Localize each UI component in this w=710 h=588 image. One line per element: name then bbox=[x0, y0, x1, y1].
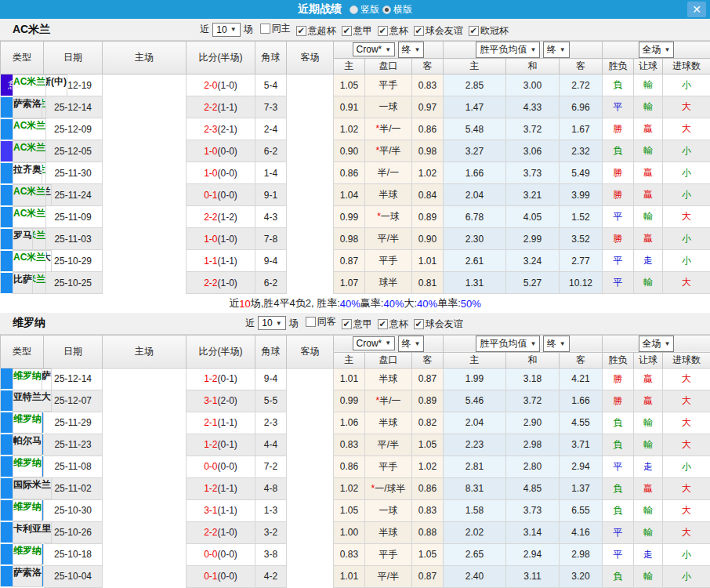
filter-checkbox[interactable]: ✔意杯 bbox=[374, 318, 408, 331]
checkbox-checked-icon[interactable]: ✔ bbox=[378, 26, 388, 36]
filter-checkbox[interactable]: 同客 bbox=[302, 315, 336, 328]
avg-home-odds: 5.46 bbox=[444, 390, 506, 412]
result-outcome: 負 bbox=[603, 434, 634, 456]
odds-away: 0.86 bbox=[412, 477, 444, 499]
summary-part: 大: bbox=[404, 296, 417, 310]
avg-odds-select[interactable]: 胜平负均值▼ bbox=[476, 336, 540, 352]
checkbox-checked-icon[interactable]: ✔ bbox=[414, 26, 424, 36]
avg-odds-select[interactable]: 胜平负均值▼ bbox=[476, 42, 540, 58]
avg-time-select[interactable]: 终▼ bbox=[543, 42, 570, 58]
result-handicap: 輸 bbox=[634, 96, 663, 118]
recent-count-select[interactable]: 10▼ bbox=[258, 316, 285, 330]
corners: 7-2 bbox=[255, 456, 287, 477]
avg-draw-odds: 3.24 bbox=[506, 250, 560, 272]
result-goals: 大 bbox=[663, 206, 710, 228]
avg-draw-odds: 2.94 bbox=[506, 543, 560, 565]
avg-home-odds: 2.02 bbox=[444, 521, 506, 543]
checkbox-checked-icon[interactable]: ✔ bbox=[378, 319, 388, 329]
chevron-down-icon: ▼ bbox=[665, 340, 671, 347]
result-goals: 大 bbox=[663, 477, 710, 499]
filter-checkbox[interactable]: ✔意甲 bbox=[338, 318, 372, 331]
recent-count-select[interactable]: 10▼ bbox=[212, 23, 240, 37]
checkbox-unchecked-icon[interactable] bbox=[260, 24, 270, 34]
result-goals: 小 bbox=[663, 250, 710, 272]
fulltime-select[interactable]: 全场▼ bbox=[639, 336, 675, 352]
match-date: 25-12-09 bbox=[44, 118, 103, 140]
avg-home-odds: 1.58 bbox=[444, 499, 506, 521]
result-outcome: 負 bbox=[603, 412, 634, 434]
result-outcome: 勝 bbox=[603, 184, 634, 206]
odds-away: 0.81 bbox=[412, 272, 444, 294]
handicap-line: 球半 bbox=[365, 272, 412, 294]
result-goals: 大 bbox=[663, 434, 710, 456]
close-icon[interactable]: ✕ bbox=[687, 2, 706, 17]
radio-unselected-icon[interactable] bbox=[350, 5, 358, 14]
odds-home: 1.06 bbox=[334, 412, 365, 434]
result-handicap: 贏 bbox=[634, 228, 663, 250]
radio-selected-icon[interactable] bbox=[382, 5, 391, 14]
checkbox-checked-icon[interactable]: ✔ bbox=[342, 26, 352, 36]
layout-radio-vertical[interactable]: 竖版 bbox=[350, 3, 379, 16]
score: 2-1(1-1) bbox=[187, 412, 255, 434]
avg-time-select[interactable]: 终▼ bbox=[543, 336, 570, 352]
filter-checkbox[interactable]: ✔意甲 bbox=[338, 24, 372, 38]
match-row: 意甲25-11-24国际米兰0-1(0-0)9-1AC米兰1.04半球0.842… bbox=[1, 184, 710, 206]
away-team: 维罗纳 bbox=[13, 543, 42, 565]
result-handicap: 贏 bbox=[634, 368, 663, 390]
col-odds-away: 客 bbox=[412, 352, 444, 368]
result-outcome: 平 bbox=[603, 543, 634, 565]
away-team: 罗马 bbox=[13, 228, 33, 250]
match-row: 意甲25-12-14佛罗伦萨1-2(0-1)9-4维罗纳1.01半球0.871.… bbox=[1, 368, 710, 390]
handicap-line: 平/半 bbox=[365, 228, 412, 250]
avg-away-odds: 1.52 bbox=[560, 206, 603, 228]
summary-part: 50% bbox=[461, 298, 481, 310]
checkbox-unchecked-icon[interactable] bbox=[306, 317, 316, 327]
result-handicap: 贏 bbox=[634, 477, 663, 499]
chevron-down-icon: ▼ bbox=[530, 340, 536, 347]
checkbox-checked-icon[interactable]: ✔ bbox=[414, 319, 424, 329]
avg-away-odds: 2.98 bbox=[560, 543, 603, 565]
avg-draw-odds: 3.14 bbox=[506, 521, 560, 543]
filter-checkbox[interactable]: ✔球会友谊 bbox=[410, 24, 463, 38]
avg-away-odds: 1.37 bbox=[560, 477, 603, 499]
filter-checkbox[interactable]: ✔意杯 bbox=[374, 24, 408, 38]
checkbox-checked-icon[interactable]: ✔ bbox=[296, 26, 306, 36]
result-goals: 小 bbox=[663, 456, 710, 477]
filter-bar: 近 10▼ 场 同客✔意甲✔意杯✔球会友谊 bbox=[244, 315, 465, 331]
corners: 4-8 bbox=[255, 477, 287, 499]
result-outcome: 負 bbox=[603, 74, 634, 96]
corners: 3-2 bbox=[255, 521, 287, 543]
col-date: 日期 bbox=[44, 335, 103, 368]
avg-away-odds: 2.77 bbox=[560, 250, 603, 272]
odds-time-select[interactable]: 终▼ bbox=[398, 42, 425, 58]
odds-time-select[interactable]: 终▼ bbox=[398, 336, 425, 352]
match-row: 意甲25-11-03AC米兰1-0(1-0)7-8罗马0.98平/半0.902.… bbox=[1, 228, 710, 250]
layout-radio-horizontal[interactable]: 横版 bbox=[382, 3, 412, 16]
odds-source-group: Crow*▼ 终▼ bbox=[334, 42, 444, 59]
filter-checkbox[interactable]: ✔欧冠杯 bbox=[465, 24, 509, 38]
checkbox-checked-icon[interactable]: ✔ bbox=[469, 26, 479, 36]
result-outcome: 勝 bbox=[603, 390, 634, 412]
col-handicap: 盘口 bbox=[365, 352, 412, 368]
summary-part: 近 bbox=[229, 296, 239, 310]
match-date: 25-10-29 bbox=[44, 250, 103, 272]
section-verona: 维罗纳 近 10▼ 场 同客✔意甲✔意杯✔球会友谊 类型 日期 主场 比分 bbox=[0, 313, 710, 588]
filter-checkbox[interactable]: ✔意超杯 bbox=[292, 24, 336, 38]
summary-part: 40% bbox=[340, 298, 360, 310]
score: 2-2(1-1) bbox=[187, 96, 255, 118]
handicap-line: 平/半 bbox=[365, 434, 412, 456]
checkbox-checked-icon[interactable]: ✔ bbox=[342, 319, 352, 329]
match-row: 意甲25-10-25AC米兰2-2(1-0)6-2比萨1.07球半0.811.3… bbox=[1, 272, 710, 294]
handicap-line: *平/半 bbox=[365, 140, 412, 162]
fulltime-select[interactable]: 全场▼ bbox=[639, 42, 675, 58]
odds-away: 0.83 bbox=[412, 74, 444, 96]
avg-away-odds: 3.52 bbox=[560, 228, 603, 250]
matches-table: 类型 日期 主场 比分(半场) 角球 客场 Crow*▼ 终▼ 胜平负均值▼ 终… bbox=[0, 41, 710, 295]
filter-checkbox[interactable]: 同主 bbox=[256, 22, 291, 35]
bookmaker-select[interactable]: Crow*▼ bbox=[353, 336, 396, 350]
filter-checkbox[interactable]: ✔球会友谊 bbox=[410, 318, 463, 331]
bookmaker-select[interactable]: Crow*▼ bbox=[353, 42, 396, 56]
matches-table: 类型 日期 主场 比分(半场) 角球 客场 Crow*▼ 终▼ 胜平负均值▼ 终… bbox=[0, 335, 710, 588]
match-row: 意甲25-11-23维罗纳1-2(0-1)4-4帕尔马0.83平/半1.052.… bbox=[1, 434, 710, 456]
handicap-line: 一球 bbox=[365, 499, 412, 521]
